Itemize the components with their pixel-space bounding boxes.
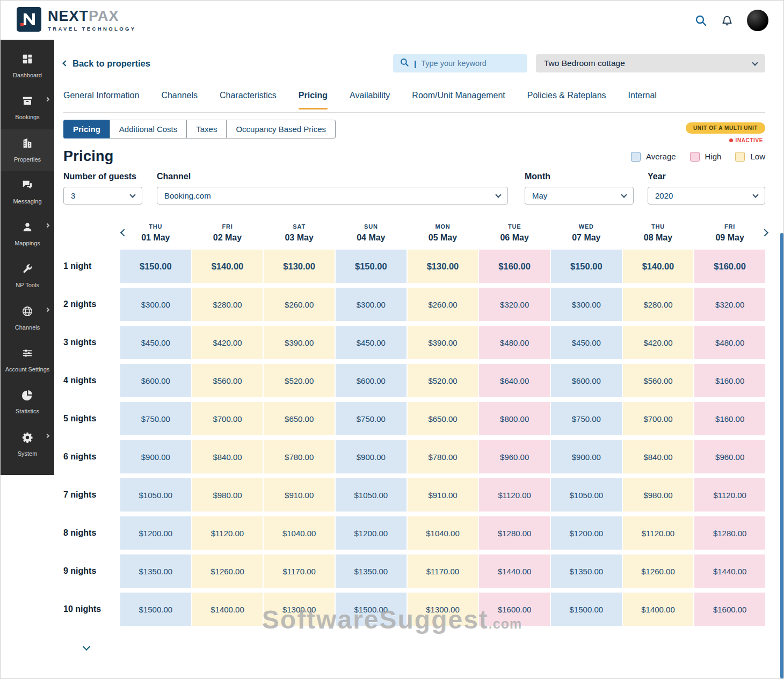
sidebar-item-np-tools[interactable]: NP Tools	[1, 255, 54, 297]
price-cell[interactable]: $300.00	[336, 288, 406, 321]
price-cell[interactable]: $780.00	[264, 440, 335, 473]
price-cell[interactable]: $480.00	[694, 326, 765, 359]
price-cell[interactable]: $1300.00	[408, 593, 478, 626]
tab-availability[interactable]: Availability	[350, 91, 390, 112]
sidebar-item-properties[interactable]: Properties	[1, 129, 54, 171]
price-cell[interactable]: $480.00	[479, 326, 550, 359]
price-cell[interactable]: $600.00	[336, 364, 406, 397]
price-cell[interactable]: $980.00	[192, 478, 263, 512]
price-cell[interactable]: $900.00	[336, 440, 406, 473]
price-cell[interactable]: $520.00	[408, 364, 478, 397]
search-icon[interactable]	[694, 14, 707, 27]
price-cell[interactable]: $1300.00	[264, 593, 335, 626]
sidebar-item-channels[interactable]: Channels	[1, 297, 54, 339]
tab-internal[interactable]: Internal	[628, 91, 657, 112]
price-cell[interactable]: $1170.00	[408, 554, 478, 588]
subtab-pricing[interactable]: Pricing	[63, 120, 110, 138]
price-cell[interactable]: $1280.00	[694, 516, 765, 550]
price-cell[interactable]: $160.00	[694, 402, 765, 435]
sidebar-item-dashboard[interactable]: Dashboard	[1, 45, 54, 87]
price-cell[interactable]: $600.00	[120, 364, 191, 397]
price-cell[interactable]: $1500.00	[551, 593, 622, 626]
price-cell[interactable]: $980.00	[623, 478, 694, 512]
back-to-properties-link[interactable]: Back to properties	[63, 59, 150, 69]
year-select[interactable]: 2020	[648, 187, 765, 205]
price-cell[interactable]: $300.00	[120, 288, 191, 321]
tab-general-information[interactable]: General Information	[63, 91, 139, 112]
price-cell[interactable]: $1600.00	[479, 593, 550, 626]
price-cell[interactable]: $450.00	[120, 326, 191, 359]
guests-select[interactable]: 3	[63, 187, 142, 205]
tab-characteristics[interactable]: Characteristics	[220, 91, 277, 112]
price-cell[interactable]: $420.00	[192, 326, 263, 359]
price-cell[interactable]: $1120.00	[192, 516, 263, 550]
subtab-occupancy-based-prices[interactable]: Occupancy Based Prices	[226, 120, 336, 138]
price-cell[interactable]: $840.00	[623, 440, 694, 473]
price-cell[interactable]: $640.00	[479, 364, 550, 397]
price-cell[interactable]: $450.00	[336, 326, 406, 359]
price-cell[interactable]: $1050.00	[551, 478, 622, 512]
price-cell[interactable]: $900.00	[551, 440, 622, 473]
price-cell[interactable]: $910.00	[264, 478, 335, 512]
expand-more-icon[interactable]	[84, 642, 95, 652]
sidebar-item-account-settings[interactable]: Account Settings	[1, 339, 54, 381]
price-cell[interactable]: $130.00	[408, 250, 478, 283]
price-cell[interactable]: $1050.00	[120, 478, 191, 512]
price-cell[interactable]: $600.00	[551, 364, 622, 397]
price-cell[interactable]: $390.00	[264, 326, 335, 359]
keyword-search-input[interactable]	[421, 59, 521, 68]
price-cell[interactable]: $420.00	[623, 326, 694, 359]
price-cell[interactable]: $130.00	[264, 250, 335, 283]
price-cell[interactable]: $1350.00	[336, 554, 406, 588]
sidebar-item-bookings[interactable]: Bookings	[1, 87, 54, 129]
price-cell[interactable]: $750.00	[551, 402, 622, 435]
price-cell[interactable]: $390.00	[408, 326, 478, 359]
subtab-additional-costs[interactable]: Additional Costs	[110, 120, 187, 138]
price-cell[interactable]: $700.00	[192, 402, 263, 435]
scrollbar-thumb[interactable]	[780, 233, 783, 678]
price-cell[interactable]: $1440.00	[694, 554, 765, 588]
price-cell[interactable]: $750.00	[336, 402, 406, 435]
price-cell[interactable]: $150.00	[336, 250, 406, 283]
price-cell[interactable]: $160.00	[694, 250, 765, 283]
price-cell[interactable]: $1040.00	[264, 516, 335, 550]
sidebar-item-messaging[interactable]: Messaging	[1, 171, 54, 213]
price-cell[interactable]: $260.00	[264, 288, 335, 321]
price-cell[interactable]: $1280.00	[479, 516, 550, 550]
month-select[interactable]: May	[525, 187, 634, 205]
price-cell[interactable]: $1200.00	[336, 516, 406, 550]
tab-policies-rateplans[interactable]: Policies & Rateplans	[527, 91, 606, 112]
price-cell[interactable]: $320.00	[479, 288, 550, 321]
price-cell[interactable]: $700.00	[623, 402, 694, 435]
price-cell[interactable]: $1260.00	[192, 554, 263, 588]
price-cell[interactable]: $1350.00	[120, 554, 191, 588]
price-cell[interactable]: $560.00	[623, 364, 694, 397]
price-cell[interactable]: $1170.00	[264, 554, 335, 588]
nextpax-logo[interactable]: NEXTPAX TRAVEL TECHNOLOGY	[17, 7, 136, 34]
price-cell[interactable]: $560.00	[192, 364, 263, 397]
channel-select[interactable]: Booking.com	[157, 187, 508, 205]
sidebar-item-system[interactable]: System	[1, 424, 54, 465]
tab-channels[interactable]: Channels	[161, 91, 198, 112]
price-cell[interactable]: $1120.00	[694, 478, 765, 512]
price-cell[interactable]: $260.00	[408, 288, 478, 321]
price-cell[interactable]: $1040.00	[408, 516, 478, 550]
price-cell[interactable]: $800.00	[479, 402, 550, 435]
price-cell[interactable]: $780.00	[408, 440, 478, 473]
price-cell[interactable]: $150.00	[551, 250, 622, 283]
price-cell[interactable]: $1200.00	[551, 516, 622, 550]
tab-pricing[interactable]: Pricing	[299, 91, 328, 112]
previous-dates-button[interactable]	[119, 227, 129, 239]
price-cell[interactable]: $1350.00	[551, 554, 622, 588]
price-cell[interactable]: $650.00	[408, 402, 478, 435]
price-cell[interactable]: $1400.00	[623, 593, 694, 626]
price-cell[interactable]: $280.00	[623, 288, 694, 321]
price-cell[interactable]: $520.00	[264, 364, 335, 397]
price-cell[interactable]: $1120.00	[623, 516, 694, 550]
price-cell[interactable]: $1600.00	[694, 593, 765, 626]
price-cell[interactable]: $150.00	[120, 250, 191, 283]
price-cell[interactable]: $840.00	[192, 440, 263, 473]
price-cell[interactable]: $1440.00	[479, 554, 550, 588]
price-cell[interactable]: $650.00	[264, 402, 335, 435]
price-cell[interactable]: $960.00	[694, 440, 765, 473]
